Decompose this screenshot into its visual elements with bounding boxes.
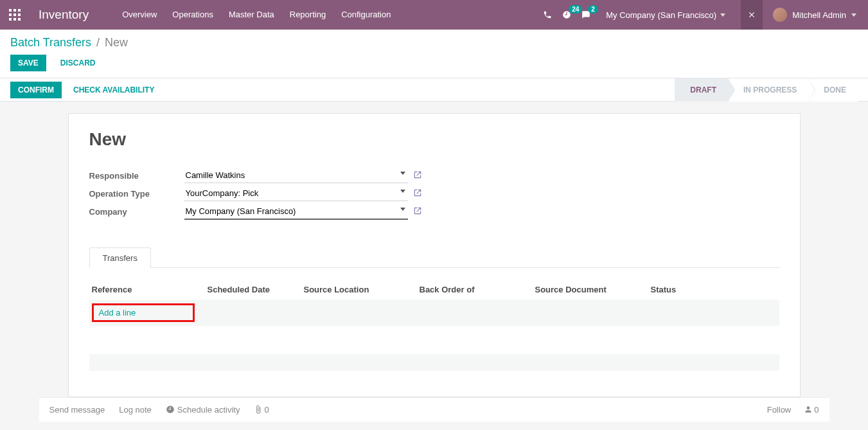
chatter-bar: Send message Log note Schedule activity …	[39, 397, 829, 422]
breadcrumb-sep: /	[96, 36, 100, 49]
external-link-icon[interactable]	[413, 206, 422, 217]
attachments-count: 0	[264, 405, 269, 415]
menu-operations[interactable]: Operations	[164, 0, 221, 30]
voip-icon[interactable]	[543, 10, 552, 19]
breadcrumb: Batch Transfers / New	[10, 36, 858, 49]
col-source-location: Source Location	[304, 285, 420, 294]
app-title: Inventory	[39, 8, 89, 22]
activities-count: 24	[569, 5, 582, 13]
transfers-table: Reference Scheduled Date Source Location…	[89, 280, 779, 371]
user-name: Mitchell Admin	[792, 10, 846, 20]
discuss-count: 2	[588, 5, 598, 13]
step-draft[interactable]: DRAFT	[675, 78, 728, 102]
col-source-document: Source Document	[535, 285, 651, 294]
label-operation-type: Operation Type	[89, 189, 184, 199]
attachments-link[interactable]: 0	[254, 405, 269, 415]
company-field[interactable]	[184, 204, 408, 220]
table-row: Add a line	[89, 300, 779, 326]
add-line-highlight: Add a line	[92, 303, 195, 322]
avatar	[773, 8, 787, 22]
follow-button[interactable]: Follow	[767, 405, 792, 415]
record-title: New	[89, 129, 779, 150]
menu-master-data[interactable]: Master Data	[221, 0, 282, 30]
table-empty-row	[89, 354, 779, 371]
col-back-order-of: Back Order of	[420, 285, 535, 294]
log-note-link[interactable]: Log note	[119, 405, 152, 415]
activities-icon[interactable]: 24	[562, 10, 571, 19]
schedule-activity-link[interactable]: Schedule activity	[166, 405, 240, 415]
label-company: Company	[89, 207, 184, 217]
menu-overview[interactable]: Overview	[114, 0, 164, 30]
main-menu: Overview Operations Master Data Reportin…	[114, 0, 398, 30]
systray: 24 2 My Company (San Francisco) Mitchell…	[543, 0, 859, 30]
menu-configuration[interactable]: Configuration	[333, 0, 398, 30]
schedule-activity-label: Schedule activity	[177, 405, 240, 415]
control-panel: Batch Transfers / New SAVE DISCARD	[0, 30, 868, 78]
add-a-line-link[interactable]: Add a line	[99, 308, 136, 318]
company-switcher[interactable]: My Company (San Francisco)	[601, 10, 731, 20]
discuss-icon[interactable]: 2	[581, 10, 590, 19]
chevron-down-icon	[851, 13, 856, 17]
col-status: Status	[651, 285, 766, 294]
notebook-tabs: Transfers	[89, 247, 779, 268]
breadcrumb-current: New	[105, 36, 128, 49]
step-in-progress[interactable]: IN PROGRESS	[728, 78, 808, 102]
table-header: Reference Scheduled Date Source Location…	[89, 280, 779, 300]
status-steps: DRAFT IN PROGRESS DONE	[675, 78, 858, 102]
send-message-link[interactable]: Send message	[49, 405, 105, 415]
followers-link[interactable]: 0	[804, 405, 819, 415]
form-sheet: New Responsible Operation Type Company	[68, 113, 801, 397]
col-scheduled-date: Scheduled Date	[208, 285, 304, 294]
step-done[interactable]: DONE	[808, 78, 858, 102]
statusbar: CONFIRM CHECK AVAILABILITY DRAFT IN PROG…	[0, 78, 868, 102]
user-menu[interactable]: Mitchell Admin	[773, 8, 859, 22]
check-availability-button[interactable]: CHECK AVAILABILITY	[66, 82, 162, 98]
menu-reporting[interactable]: Reporting	[282, 0, 333, 30]
apps-launcher-icon[interactable]	[9, 9, 21, 21]
chevron-down-icon[interactable]	[400, 208, 405, 211]
confirm-button[interactable]: CONFIRM	[10, 82, 62, 98]
company-name: My Company (San Francisco)	[606, 10, 716, 20]
tab-transfers[interactable]: Transfers	[89, 247, 151, 268]
debug-icon[interactable]	[741, 0, 763, 30]
topbar: Inventory Overview Operations Master Dat…	[0, 0, 868, 30]
external-link-icon[interactable]	[413, 170, 422, 181]
chevron-down-icon[interactable]	[400, 172, 405, 175]
breadcrumb-root[interactable]: Batch Transfers	[10, 36, 91, 49]
chevron-down-icon[interactable]	[400, 190, 405, 193]
operation-type-field[interactable]	[184, 186, 408, 201]
followers-count: 0	[814, 405, 819, 415]
col-reference: Reference	[92, 285, 208, 294]
label-responsible: Responsible	[89, 171, 184, 181]
responsible-field[interactable]	[184, 168, 408, 183]
chevron-down-icon	[720, 13, 725, 17]
save-button[interactable]: SAVE	[10, 55, 46, 71]
discard-button[interactable]: DISCARD	[53, 55, 103, 71]
external-link-icon[interactable]	[413, 188, 422, 199]
